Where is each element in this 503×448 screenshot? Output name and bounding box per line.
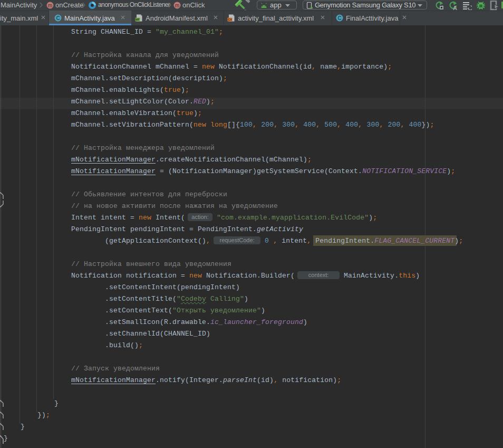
svg-text:m: m bbox=[175, 3, 179, 8]
svg-text:CX: CX bbox=[228, 18, 232, 21]
svg-text:A: A bbox=[453, 5, 457, 11]
svg-text:m: m bbox=[48, 3, 52, 8]
svg-text:C: C bbox=[337, 15, 341, 21]
svg-text:C: C bbox=[56, 15, 60, 21]
svg-text:MF: MF bbox=[136, 18, 140, 21]
